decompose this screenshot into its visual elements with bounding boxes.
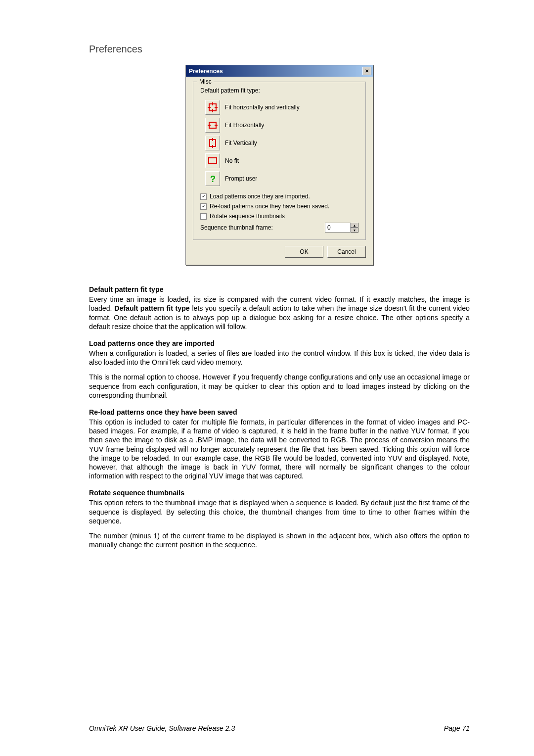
section-heading: Re-load patterns once they have been sav… — [89, 408, 470, 417]
svg-rect-11 — [209, 158, 217, 164]
chevron-up-icon: ▲ — [353, 224, 356, 227]
close-button[interactable]: ✕ — [362, 67, 371, 75]
sequence-frame-label: Sequence thumbnail frame: — [200, 224, 273, 231]
section-heading: Rotate sequence thumbnails — [89, 488, 470, 497]
group-legend: Misc — [197, 78, 214, 85]
chevron-down-icon: ▼ — [353, 229, 356, 232]
spin-up-button[interactable]: ▲ — [351, 223, 358, 228]
body-text: Default pattern fit type Every time an i… — [89, 285, 470, 549]
section-heading: Default pattern fit type — [89, 285, 470, 294]
page-title: Preferences — [89, 44, 470, 55]
checkbox-icon: ✓ — [200, 203, 207, 210]
misc-group: Misc Default pattern fit type: Fit horiz… — [193, 82, 366, 240]
footer-left: OmniTek XR User Guide, Software Release … — [89, 724, 235, 732]
fit-option-label: Fit horizontally and vertically — [225, 104, 300, 111]
paragraph: This is the normal option to choose. How… — [89, 373, 470, 400]
check-reload-saved[interactable]: ✓ Re-load patterns once they have been s… — [200, 203, 358, 210]
fit-option-label: Prompt user — [225, 175, 257, 182]
fit-option-prompt[interactable]: ? Prompt user — [205, 171, 357, 186]
cancel-button[interactable]: Cancel — [327, 246, 366, 258]
fit-none-icon — [205, 153, 220, 168]
default-fit-label: Default pattern fit type: — [200, 87, 358, 94]
dialog-titlebar[interactable]: Preferences ✕ — [186, 65, 373, 77]
checkbox-icon: ✓ — [200, 193, 207, 200]
paragraph: When a configuration is loaded, a series… — [89, 349, 470, 367]
prompt-icon: ? — [205, 171, 220, 186]
fit-both-icon — [205, 100, 220, 115]
preferences-dialog: Preferences ✕ Misc Default pattern fit t… — [185, 65, 373, 265]
paragraph: This option is included to cater for mul… — [89, 418, 470, 480]
svg-text:?: ? — [210, 174, 216, 184]
footer-right: Page 71 — [444, 724, 470, 732]
fit-horizontal-icon — [205, 118, 220, 133]
paragraph: The number (minus 1) of the current fram… — [89, 531, 470, 549]
fit-option-horizontal[interactable]: Fit Hroizontally — [205, 118, 357, 133]
dialog-title: Preferences — [189, 68, 223, 75]
ok-button[interactable]: OK — [285, 246, 323, 258]
check-load-imported[interactable]: ✓ Load patterns once they are imported. — [200, 193, 358, 200]
checkbox-label: Rotate sequence thumbnails — [210, 213, 285, 220]
section-heading: Load patterns once they are imported — [89, 339, 470, 348]
spin-down-button[interactable]: ▼ — [351, 228, 358, 233]
sequence-frame-input[interactable] — [325, 223, 351, 233]
fit-option-vertical[interactable]: Fit Vertically — [205, 136, 357, 150]
paragraph: Every time an image is loaded, its size … — [89, 295, 470, 331]
fit-option-both[interactable]: Fit horizontally and vertically — [205, 100, 357, 115]
paragraph: This option refers to the thumbnail imag… — [89, 498, 470, 525]
fit-option-label: No fit — [225, 157, 239, 164]
checkbox-label: Re-load patterns once they have been sav… — [210, 203, 329, 210]
fit-option-label: Fit Vertically — [225, 140, 257, 146]
check-rotate-thumbnails[interactable]: Rotate sequence thumbnails — [200, 213, 358, 220]
page-footer: OmniTek XR User Guide, Software Release … — [89, 724, 470, 732]
close-icon: ✕ — [365, 68, 369, 74]
fit-vertical-icon — [205, 136, 220, 150]
checkbox-label: Load patterns once they are imported. — [210, 193, 310, 200]
checkbox-icon — [200, 213, 207, 220]
fit-option-label: Fit Hroizontally — [225, 122, 264, 129]
fit-option-none[interactable]: No fit — [205, 153, 357, 168]
